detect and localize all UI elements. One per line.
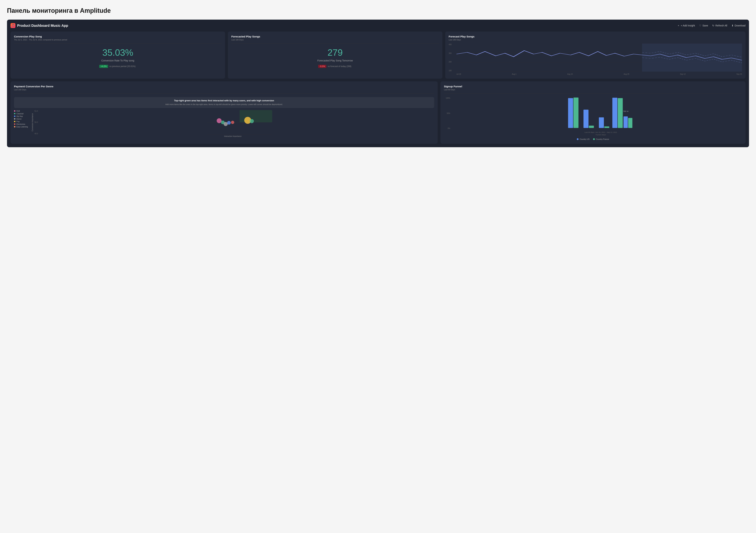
scatter-y-label: Conversion Importance — [32, 113, 34, 131]
conversion-compare: +4.2% vs previous period (33.61%) — [14, 65, 222, 68]
svg-rect-4 — [642, 43, 742, 71]
refresh-icon: ↻ — [712, 24, 715, 27]
funnel-y-labels: 100% 50% 0% — [444, 97, 451, 129]
forecast-y-labels: 400 300 200 100 — [449, 43, 456, 71]
dashboard-container: 🎵 Product Dashboard Music App ＋ + Add In… — [7, 20, 749, 147]
svg-rect-33 — [618, 98, 623, 128]
scatter-legend-item: Easy Listening — [14, 126, 30, 128]
forecast-chart-area: 400 300 200 100 — [449, 43, 742, 75]
heart-icon: ♡ — [699, 24, 701, 27]
svg-rect-37 — [628, 118, 632, 128]
conversion-divider — [14, 43, 222, 44]
conversion-card-title: Conversion Play Song — [14, 35, 222, 38]
scatter-insight-box: Top-right green area has items first int… — [14, 97, 434, 108]
funnel-card-subtitle: Last 90 Days — [444, 89, 742, 91]
download-icon: ⬇ — [732, 24, 734, 27]
svg-rect-29 — [599, 118, 604, 128]
forecast-metric-badge: -3.1% — [318, 65, 326, 68]
add-insight-label: + Add Insight — [681, 24, 695, 27]
svg-text:Last 90 days: Jun 16, 2021 - S: Last 90 days: Jun 16, 2021 - Sep 13, 202… — [584, 131, 617, 133]
conversion-badge: +4.2% — [99, 65, 108, 68]
add-insight-button[interactable]: ＋ + Add Insight — [677, 24, 695, 27]
bottom-row-grid: Payment Conversion Per Genre Last 180 Da… — [11, 81, 745, 144]
legend-dot — [14, 121, 15, 122]
legend-dot-us — [577, 138, 579, 140]
conversion-label: Conversion Rate To Play song — [14, 59, 222, 62]
funnel-chart-area: 100% 50% 0% Install and open app — [444, 97, 742, 136]
scatter-insight-text: Add more items like the ones in the top-… — [16, 103, 432, 106]
funnel-svg: Install and open app Sign up Play song I… — [444, 97, 742, 136]
scatter-area: RnBClassicalHip HopDancePopElectronicaEa… — [14, 110, 434, 137]
legend-label-us: Country US — [580, 138, 590, 140]
scatter-legend-item: Electronica — [14, 123, 30, 125]
plus-icon: ＋ — [677, 24, 680, 27]
legend-dot — [14, 124, 15, 125]
funnel-card-title: Signup Funnel — [444, 85, 742, 88]
forecast-metric-card: Forecasted Play Songs Last 180 Days 279 … — [228, 32, 443, 79]
legend-dot — [14, 116, 15, 117]
top-row-grid: Conversion Play Song Thu Jul 1, 2021 - T… — [11, 32, 745, 79]
svg-rect-36 — [624, 116, 628, 128]
legend-dot — [14, 126, 15, 127]
forecast-chart-card: Forecast Play Songs Last 180 Days 400 30… — [445, 32, 745, 79]
svg-rect-27 — [589, 126, 594, 128]
header-actions: ＋ + Add Insight ♡ Save ↻ Refresh All ⬇ D… — [677, 24, 745, 27]
forecast-chart-subtitle: Last 180 Days — [449, 39, 742, 41]
scatter-legend-item: RnB — [14, 110, 30, 112]
forecast-chart-content — [456, 43, 742, 71]
scatter-y-axis-area: Conversion Importance 51.0 50.0 49.0 — [32, 110, 434, 135]
svg-rect-26 — [583, 110, 588, 128]
svg-point-15 — [250, 119, 254, 123]
page-title: Панель мониторинга в Amplitude — [7, 7, 749, 14]
forecast-metric-compare: -3.1% vs forecast of today (288) — [231, 65, 439, 68]
funnel-legend-france: Country France — [593, 138, 609, 140]
svg-point-9 — [217, 118, 222, 123]
scatter-legend-item: Classical — [14, 113, 30, 115]
scatter-svg: 40 60 80 100 — [40, 110, 440, 135]
scatter-insight-title: Top-right green area has items first int… — [16, 99, 432, 102]
forecast-line-svg — [456, 43, 742, 71]
payment-card: Payment Conversion Per Genre Last 180 Da… — [11, 81, 438, 144]
refresh-all-button[interactable]: ↻ Refresh All — [712, 24, 727, 27]
dashboard-header: 🎵 Product Dashboard Music App ＋ + Add In… — [11, 23, 745, 28]
forecast-metric-divider — [231, 43, 439, 44]
app-logo-icon: 🎵 — [11, 23, 15, 28]
save-label: Save — [702, 24, 708, 27]
save-button[interactable]: ♡ Save — [699, 24, 708, 27]
scatter-legend-item: Pop — [14, 121, 30, 123]
funnel-legend-us: Country US — [577, 138, 590, 140]
svg-point-12 — [227, 121, 231, 125]
funnel-legend: Country US Country France — [444, 138, 742, 140]
download-button[interactable]: ⬇ Download — [732, 24, 745, 27]
payment-card-subtitle: Last 180 Days — [14, 89, 434, 91]
forecast-metric-label: Forecasted Play Song Tomorrow — [231, 59, 439, 62]
dashboard-title-text: Product Dashboard Music App — [17, 24, 68, 28]
scatter-chart-wrapper: Conversion Importance 51.0 50.0 49.0 — [32, 110, 434, 137]
forecast-chart-title: Forecast Play Songs — [449, 35, 742, 38]
forecast-x-labels: Jul 18 Aug 1 Aug 15 Aug 29 Sep 12 Sep 26 — [456, 73, 742, 75]
svg-rect-24 — [574, 98, 579, 128]
svg-rect-32 — [612, 98, 617, 128]
svg-point-11 — [224, 122, 228, 126]
conversion-card: Conversion Play Song Thu Jul 1, 2021 - T… — [11, 32, 225, 79]
scatter-legend-item: Hip Hop — [14, 115, 30, 117]
svg-rect-30 — [604, 126, 609, 128]
scatter-legend: RnBClassicalHip HopDancePopElectronicaEa… — [14, 110, 30, 137]
scatter-svg-wrapper: 51.0 50.0 49.0 — [35, 110, 434, 135]
forecast-metric-title: Forecasted Play Songs — [231, 35, 439, 38]
legend-dot — [14, 113, 15, 114]
conversion-compare-text: vs previous period (33.61%) — [109, 65, 135, 68]
legend-label-france: Country France — [596, 138, 609, 140]
svg-text:Funnel Steps: Funnel Steps — [596, 134, 606, 136]
conversion-value: 35.03% — [14, 47, 222, 58]
legend-dot — [14, 118, 15, 120]
scatter-legend-item: Dance — [14, 118, 30, 120]
scatter-x-label: Interaction Importance — [32, 135, 434, 137]
svg-rect-23 — [568, 98, 573, 128]
forecast-metric-subtitle: Last 180 Days — [231, 39, 439, 41]
download-label: Download — [735, 24, 745, 27]
funnel-card: Signup Funnel Last 90 Days 100% 50% 0% — [441, 81, 745, 144]
svg-text:Sign up: Sign up — [623, 110, 629, 112]
payment-card-title: Payment Conversion Per Genre — [14, 85, 434, 88]
forecast-metric-compare-text: vs forecast of today (288) — [328, 65, 351, 68]
